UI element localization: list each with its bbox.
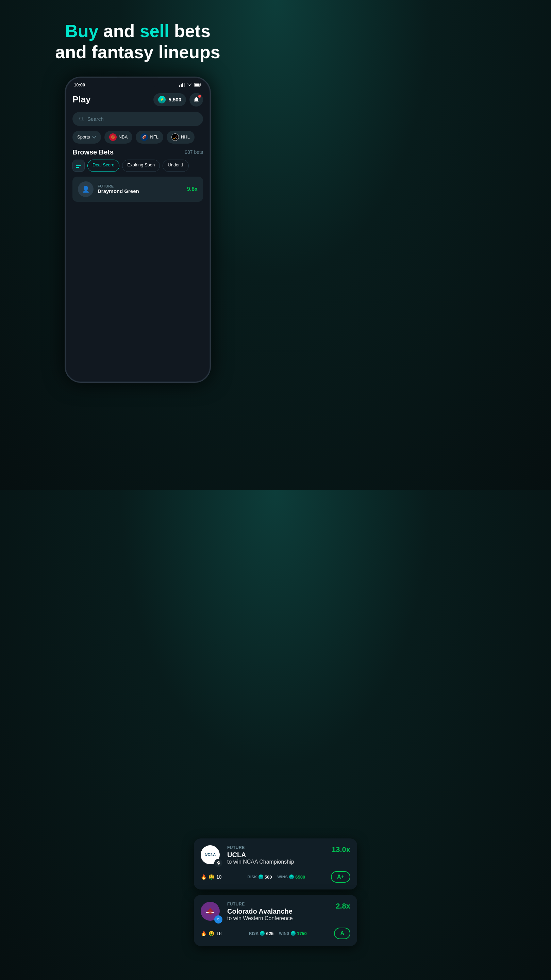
status-time: 10:00 xyxy=(74,82,85,88)
header-right: ⚡ 5,500 xyxy=(153,93,203,107)
sport-filter-nhl[interactable]: 🏒 NHL xyxy=(167,130,195,143)
bets-count: 987 bets xyxy=(185,150,203,155)
notification-dot xyxy=(198,95,201,98)
preview-bet-multiplier: 9.8x xyxy=(187,186,198,192)
hero-buy: Buy xyxy=(65,21,98,41)
filter-chip-expiring-soon[interactable]: Expiring Soon xyxy=(122,159,160,172)
filter-chip-under[interactable]: Under 1 xyxy=(163,159,189,172)
phone-notch xyxy=(118,78,158,87)
sport-filter-nfl[interactable]: 🏈 NFL xyxy=(136,130,163,143)
filter-chip-under-label: Under 1 xyxy=(168,162,183,167)
wifi-icon xyxy=(187,83,192,87)
preview-bet-card[interactable]: 👤 FUTURE Draymond Green 9.8x xyxy=(73,177,203,202)
search-bar[interactable]: Search xyxy=(73,112,203,126)
browse-title: Browse Bets xyxy=(73,148,114,156)
phone-mockup: 10:00 xyxy=(65,76,211,383)
svg-rect-5 xyxy=(195,84,200,86)
chevron-down-icon xyxy=(92,136,96,138)
nfl-label: NFL xyxy=(150,134,159,140)
filter-icon-button[interactable] xyxy=(73,159,85,172)
phone-frame: 10:00 xyxy=(65,76,211,383)
hero-sell: sell xyxy=(140,21,169,41)
filter-lines-icon xyxy=(76,164,81,168)
hero-line2: and fantasy lineups xyxy=(55,41,220,63)
preview-bet-info: FUTURE Draymond Green xyxy=(98,184,183,194)
nba-logo: 🏀 xyxy=(109,134,117,141)
filter-chip-expiring-soon-label: Expiring Soon xyxy=(127,162,155,167)
svg-rect-0 xyxy=(179,86,180,87)
search-placeholder: Search xyxy=(87,116,104,122)
nhl-label: NHL xyxy=(181,134,190,140)
browse-header: Browse Bets 987 bets xyxy=(66,148,210,159)
nfl-logo: 🏈 xyxy=(140,134,148,141)
hero-line1: Buy and sell bets xyxy=(55,21,220,41)
search-icon xyxy=(79,116,84,121)
svg-point-7 xyxy=(79,117,83,120)
signal-icon xyxy=(179,83,185,87)
svg-rect-3 xyxy=(184,83,185,87)
sport-filter-sports[interactable]: Sports xyxy=(73,130,101,143)
app-title: Play xyxy=(73,94,91,105)
app-header: Play ⚡ 5,500 xyxy=(66,90,210,111)
nhl-logo: 🏒 xyxy=(171,134,179,141)
filter-chips: Deal Score Expiring Soon Under 1 xyxy=(66,159,210,177)
svg-rect-2 xyxy=(182,83,183,87)
filter-chip-deal-score-label: Deal Score xyxy=(92,162,114,167)
svg-rect-6 xyxy=(201,84,202,86)
preview-bet-type: FUTURE xyxy=(98,184,183,188)
nba-label: NBA xyxy=(119,134,128,140)
sport-filters: Sports 🏀 NBA 🏈 NFL 🏒 NHL xyxy=(66,130,210,148)
coins-badge[interactable]: ⚡ 5,500 xyxy=(153,93,186,106)
svg-rect-1 xyxy=(181,84,182,87)
battery-icon xyxy=(194,83,202,87)
coin-icon: ⚡ xyxy=(158,96,166,103)
sport-filter-sports-label: Sports xyxy=(77,134,90,140)
status-icons xyxy=(179,83,202,87)
filter-chip-deal-score[interactable]: Deal Score xyxy=(87,159,119,172)
preview-bet-name: Draymond Green xyxy=(98,188,183,194)
coins-value: 5,500 xyxy=(168,97,181,102)
svg-line-8 xyxy=(82,120,84,121)
notification-button[interactable] xyxy=(189,93,203,107)
hero-section: Buy and sell bets and fantasy lineups xyxy=(41,21,233,63)
bell-icon xyxy=(193,97,199,103)
sport-filter-nba[interactable]: 🏀 NBA xyxy=(105,130,133,143)
player-avatar-draymond: 👤 xyxy=(78,181,94,197)
